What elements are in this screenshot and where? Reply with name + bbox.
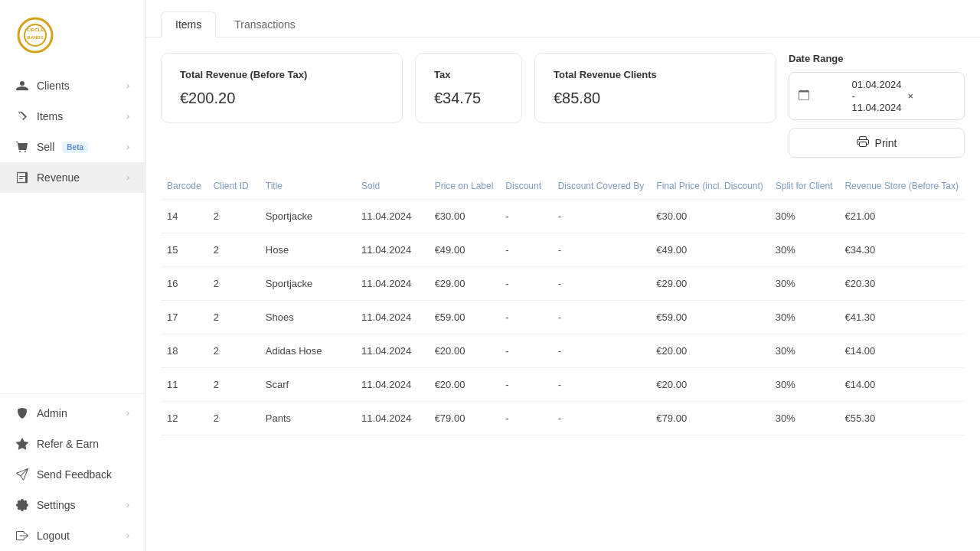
cell-barcode: 12	[161, 402, 207, 435]
items-table: Barcode Client ID Title Sold Price on La…	[161, 173, 965, 435]
sidebar-item-label: Send Feedback	[37, 468, 112, 481]
total-clients-title: Total Revenue Clients	[554, 69, 757, 80]
cell-title: Scarf	[260, 368, 355, 402]
cell-final_price: €30.00	[650, 200, 769, 233]
chevron-right-icon: ›	[126, 142, 129, 152]
cell-client_id: 2	[207, 267, 260, 301]
table-row: 182Adidas Hose11.04.2024€20.00--€20.0030…	[161, 334, 965, 368]
clear-date-button[interactable]: ×	[908, 90, 955, 102]
print-button[interactable]: Print	[789, 128, 965, 158]
shield-icon	[15, 406, 29, 420]
cell-title: Hose	[260, 233, 355, 267]
cell-split_client: 30%	[769, 334, 839, 368]
cell-price_label: €49.00	[429, 233, 500, 267]
date-range-label: Date Range	[789, 53, 965, 64]
logo: CIRCLE BANDS	[0, 8, 145, 70]
tax-value: €34.75	[434, 90, 503, 107]
cell-discount_covered: -	[552, 200, 651, 233]
tab-transactions[interactable]: Transactions	[220, 11, 310, 37]
cell-revenue_store: €41.30	[838, 301, 965, 334]
cell-discount: -	[499, 301, 551, 334]
star-icon	[15, 437, 29, 451]
total-revenue-value: €200.20	[180, 90, 384, 107]
summary-cards: Total Revenue (Before Tax) €200.20 Tax €…	[161, 53, 776, 123]
total-revenue-card: Total Revenue (Before Tax) €200.20	[161, 53, 403, 123]
cell-price_label: €20.00	[429, 368, 500, 402]
sidebar-item-revenue[interactable]: Revenue ›	[0, 162, 145, 193]
col-header-sold: Sold	[355, 173, 429, 200]
cell-revenue_store: €34.30	[838, 233, 965, 267]
receipt-icon	[15, 171, 29, 184]
cell-final_price: €79.00	[650, 402, 769, 435]
cell-price_label: €59.00	[429, 301, 500, 334]
sidebar-item-items[interactable]: Items ›	[0, 101, 145, 132]
sidebar-item-label: Revenue	[37, 171, 80, 184]
cell-final_price: €20.00	[650, 368, 769, 402]
cell-discount_covered: -	[552, 368, 651, 402]
main-content: Items Transactions Total Revenue (Before…	[145, 0, 980, 551]
col-header-split-client: Split for Client	[769, 173, 839, 200]
cell-revenue_store: €14.00	[838, 334, 965, 368]
sidebar-item-logout[interactable]: Logout ›	[0, 520, 145, 551]
col-header-discount: Discount	[499, 173, 551, 200]
printer-icon	[857, 135, 869, 150]
cell-client_id: 2	[207, 200, 260, 233]
cell-client_id: 2	[207, 301, 260, 334]
cell-revenue_store: €14.00	[838, 368, 965, 402]
cell-discount: -	[499, 200, 551, 233]
cell-discount_covered: -	[552, 233, 651, 267]
sidebar-item-sell[interactable]: Sell Beta ›	[0, 132, 145, 162]
cell-client_id: 2	[207, 402, 260, 435]
sidebar-item-feedback[interactable]: Send Feedback	[0, 459, 145, 490]
items-table-section: Barcode Client ID Title Sold Price on La…	[145, 173, 980, 551]
cell-revenue_store: €21.00	[838, 200, 965, 233]
cell-price_label: €29.00	[429, 267, 500, 301]
sidebar-item-label: Settings	[37, 499, 76, 511]
cell-discount: -	[499, 334, 551, 368]
table-row: 122Pants11.04.2024€79.00--€79.0030%€55.3…	[161, 402, 965, 435]
date-range-input[interactable]: 01.04.2024 - 11.04.2024 ×	[789, 72, 965, 120]
cell-split_client: 30%	[769, 402, 839, 435]
chevron-right-icon: ›	[126, 80, 129, 91]
tax-title: Tax	[434, 69, 503, 80]
sidebar-item-label: Clients	[37, 80, 70, 92]
col-header-title: Title	[260, 173, 355, 200]
cell-barcode: 18	[161, 334, 207, 368]
table-row: 112Scarf11.04.2024€20.00--€20.0030%€14.0…	[161, 368, 965, 402]
cell-title: Sportjacke	[260, 200, 355, 233]
cell-barcode: 11	[161, 368, 207, 402]
cell-split_client: 30%	[769, 267, 839, 301]
col-header-price-label: Price on Label	[429, 173, 500, 200]
cell-sold: 11.04.2024	[355, 368, 429, 402]
cell-revenue_store: €20.30	[838, 267, 965, 301]
cell-barcode: 14	[161, 200, 207, 233]
tab-items[interactable]: Items	[161, 11, 216, 37]
cell-discount: -	[499, 402, 551, 435]
sidebar-item-admin[interactable]: Admin ›	[0, 398, 145, 429]
sidebar-item-clients[interactable]: Clients ›	[0, 70, 145, 101]
gear-icon	[15, 498, 29, 512]
sidebar-item-settings[interactable]: Settings ›	[0, 490, 145, 520]
cell-discount_covered: -	[552, 334, 651, 368]
sidebar-item-label: Sell	[37, 141, 54, 153]
chevron-right-icon: ›	[126, 172, 129, 183]
sidebar-item-refer[interactable]: Refer & Earn	[0, 429, 145, 459]
chevron-right-icon: ›	[126, 111, 129, 122]
tax-card: Tax €34.75	[415, 53, 522, 123]
cell-sold: 11.04.2024	[355, 334, 429, 368]
table-body: 142Sportjacke11.04.2024€30.00--€30.0030%…	[161, 200, 965, 435]
cell-client_id: 2	[207, 233, 260, 267]
summary-section: Total Revenue (Before Tax) €200.20 Tax €…	[145, 37, 980, 173]
cell-split_client: 30%	[769, 233, 839, 267]
cell-discount: -	[499, 368, 551, 402]
cell-split_client: 30%	[769, 301, 839, 334]
sidebar: CIRCLE BANDS Clients › Items ›	[0, 0, 145, 551]
chevron-right-icon: ›	[126, 500, 129, 510]
cell-split_client: 30%	[769, 200, 839, 233]
date-range-section: Date Range 01.04.2024 - 11.04.2024 × Pri…	[789, 53, 965, 158]
cell-discount_covered: -	[552, 301, 651, 334]
cell-sold: 11.04.2024	[355, 301, 429, 334]
cell-final_price: €20.00	[650, 334, 769, 368]
calendar-icon	[799, 90, 845, 103]
date-range-value: 01.04.2024 - 11.04.2024	[851, 79, 901, 113]
